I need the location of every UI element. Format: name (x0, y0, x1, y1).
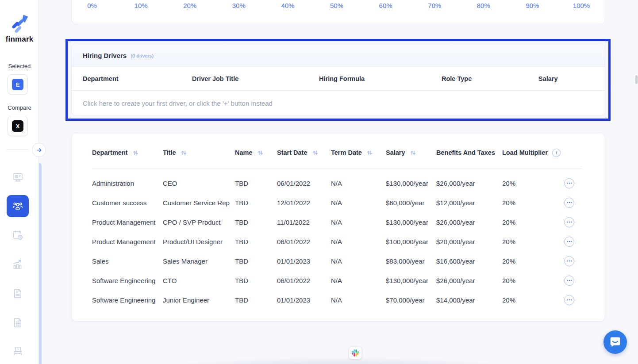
table-row[interactable]: Product ManagementCPO / SVP ProductTBD11… (72, 212, 605, 232)
slack-badge[interactable] (349, 347, 361, 359)
cell-title: Customer Service Rep (163, 199, 235, 207)
column-header-load_multiplier: Load Multiplieri (502, 149, 564, 157)
hiring-plan-icon: $ (12, 229, 24, 241)
cell-start_date: 01/01/2023 (277, 257, 331, 265)
sidebar-item-payroll[interactable]: $ (7, 282, 29, 304)
sidebar-item-metrics[interactable] (7, 253, 29, 275)
drivers-column-header: Driver Job Title (192, 75, 238, 82)
employees-table-card: DepartmentTitleNameStart DateTerm DateSa… (71, 133, 605, 322)
sidebar-item-dashboard[interactable] (7, 166, 29, 188)
cell-start_date: 06/01/2022 (277, 180, 331, 187)
sidebar-item-formulas[interactable]: fx (7, 340, 29, 362)
row-actions (564, 276, 584, 286)
sidebar-divider (6, 149, 29, 150)
x-axis-tick: 40% (281, 2, 294, 9)
cell-name: TBD (235, 238, 277, 245)
cell-term_date: N/A (331, 257, 386, 265)
report-doc-icon (12, 317, 24, 329)
sort-icon[interactable] (258, 150, 263, 156)
sidebar-item-hiring-plan[interactable]: $ (7, 224, 29, 246)
column-header-title: Title (163, 149, 235, 156)
table-row[interactable]: Software EngineeringCTOTBD06/01/2022N/A$… (72, 271, 605, 290)
table-row[interactable]: Product ManagementProduct/UI DesignerTBD… (72, 232, 605, 251)
info-icon[interactable]: i (552, 149, 561, 157)
column-header-benefits: Benefits And Taxes (436, 149, 502, 156)
row-menu-button[interactable] (564, 178, 574, 188)
svg-text:$: $ (19, 235, 21, 238)
cell-load_multiplier: 20% (502, 277, 564, 284)
sort-icon[interactable] (181, 150, 187, 156)
x-axis-tick: 20% (183, 2, 196, 9)
sort-icon[interactable] (312, 150, 318, 156)
ellipsis-icon (567, 221, 572, 223)
finmark-logo[interactable]: finmark (0, 14, 39, 44)
cell-salary: $130,000/year (386, 218, 436, 226)
row-actions (564, 237, 584, 247)
column-header-department: Department (92, 149, 163, 156)
row-menu-button[interactable] (564, 295, 574, 305)
slack-icon (352, 349, 359, 356)
sidebar-item-reports[interactable] (7, 311, 29, 333)
bottom-shadow (62, 353, 616, 364)
chat-bubble-icon (609, 336, 621, 348)
x-axis-tick: 90% (526, 2, 539, 9)
cell-start_date: 01/01/2023 (277, 296, 331, 304)
ellipsis-icon (567, 241, 572, 242)
ellipsis-icon (567, 202, 572, 203)
row-menu-button[interactable] (564, 217, 574, 227)
row-menu-button[interactable] (564, 276, 574, 286)
drivers-column-header: Hiring Formula (319, 75, 365, 82)
table-row[interactable]: SalesSales ManagerTBD01/01/2023N/A$83,00… (72, 251, 605, 271)
sidebar-item-team[interactable] (7, 195, 29, 217)
hiring-drivers-header: Hiring Drivers (0 drivers) (72, 44, 605, 67)
chat-launcher-button[interactable] (603, 330, 627, 354)
selected-scenario-button[interactable]: E (8, 74, 28, 95)
row-menu-button[interactable] (564, 198, 574, 208)
compare-scenario-button[interactable]: X (8, 116, 28, 136)
row-actions (564, 256, 584, 266)
cell-name: TBD (235, 199, 277, 207)
sort-icon[interactable] (410, 150, 416, 156)
cell-salary: $60,000/year (386, 199, 436, 207)
window-scrollbar[interactable] (635, 75, 638, 84)
hiring-drivers-title: Hiring Drivers (83, 52, 127, 59)
cell-name: TBD (235, 180, 277, 187)
column-header-label: Name (235, 149, 253, 156)
table-row[interactable]: Customer successCustomer Service RepTBD1… (72, 193, 605, 212)
selected-label: Selected (0, 63, 39, 69)
cell-name: TBD (235, 257, 277, 265)
x-axis-tick: 80% (477, 2, 490, 9)
svg-text:fx: fx (16, 347, 19, 351)
drivers-empty-state[interactable]: Click here to create your first driver, … (72, 91, 605, 115)
row-actions (564, 178, 584, 188)
x-axis-tick: 100% (573, 2, 590, 9)
scenario-x-badge: X (12, 120, 23, 132)
cell-load_multiplier: 20% (502, 296, 564, 304)
column-header-label: Title (163, 149, 176, 156)
row-menu-button[interactable] (564, 256, 574, 266)
cell-department: Sales (92, 257, 163, 265)
x-axis-tick: 10% (135, 2, 148, 9)
ellipsis-icon (567, 260, 572, 262)
cell-name: TBD (235, 277, 277, 284)
sort-icon[interactable] (367, 150, 373, 156)
cell-title: CPO / SVP Product (163, 218, 235, 226)
table-row[interactable]: AdministrationCEOTBD06/01/2022N/A$130,00… (72, 173, 605, 193)
row-menu-button[interactable] (564, 237, 574, 247)
ellipsis-icon (567, 182, 572, 184)
cell-benefits: $26,000/year (436, 277, 502, 284)
sidebar-collapse-button[interactable] (32, 143, 46, 157)
sort-icon[interactable] (133, 150, 138, 156)
column-header-label: Load Multiplier (502, 149, 548, 156)
cell-start_date: 06/01/2022 (277, 277, 331, 284)
cell-benefits: $20,000/year (436, 238, 502, 245)
cell-load_multiplier: 20% (502, 238, 564, 245)
cell-department: Software Engineering (92, 296, 163, 304)
cell-salary: $100,000/year (386, 238, 436, 245)
cell-salary: $83,000/year (386, 257, 436, 265)
cell-term_date: N/A (331, 180, 386, 187)
ellipsis-icon (567, 299, 572, 301)
cell-title: Product/UI Designer (163, 238, 235, 245)
table-row[interactable]: Software EngineeringJunior EngineerTBD01… (72, 290, 605, 310)
cell-benefits: $16,600/year (436, 257, 502, 265)
